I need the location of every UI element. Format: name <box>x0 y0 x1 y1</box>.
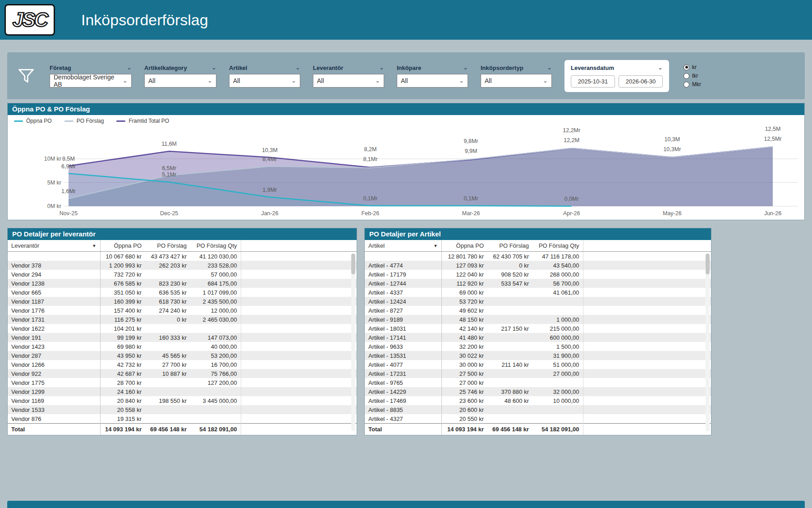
table-row[interactable]: Vendor 153320 558 kr <box>8 405 357 414</box>
value-cell[interactable]: 27 500 kr <box>441 369 487 378</box>
value-cell[interactable] <box>190 405 241 414</box>
value-cell[interactable]: 2 465 030,00 <box>190 315 241 324</box>
table-row[interactable]: Vendor 1776157 400 kr274 240 kr12 000,00 <box>8 306 357 315</box>
row-label-cell[interactable]: Vendor 1238 <box>8 279 100 288</box>
chevron-down-icon[interactable]: ⌄ <box>127 65 132 70</box>
value-cell[interactable]: 12 801 780 kr <box>441 252 487 261</box>
value-cell[interactable]: 10 067 680 kr <box>100 252 145 261</box>
table-row[interactable]: Artikel - 1422925 746 kr370 880 kr32 000… <box>365 387 711 396</box>
value-cell[interactable]: 27 000 kr <box>441 378 487 387</box>
table-row[interactable]: Vendor 1622104 201 kr <box>8 324 357 333</box>
value-cell[interactable]: 10 887 kr <box>145 369 190 378</box>
value-cell[interactable]: 42 140 kr <box>441 324 487 333</box>
table-row[interactable]: Vendor 126642 732 kr27 700 kr16 700,00 <box>8 360 357 369</box>
value-cell[interactable] <box>487 297 532 306</box>
value-cell[interactable] <box>487 351 532 360</box>
table-row[interactable]: Artikel - 1353130 022 kr31 900,00 <box>365 351 711 360</box>
row-label-cell[interactable]: Vendor 1423 <box>8 342 100 351</box>
row-label-cell[interactable]: Artikel - 4774 <box>365 261 441 270</box>
value-cell[interactable]: 274 240 kr <box>145 306 190 315</box>
table-row[interactable]: Vendor 3781 200 993 kr262 203 kr233 528,… <box>8 261 357 270</box>
table-row[interactable]: Artikel - 17179122 040 kr908 520 kr268 0… <box>365 270 711 279</box>
value-cell[interactable]: 112 920 kr <box>441 279 487 288</box>
date-from-input[interactable]: 2025-10-31 <box>571 75 615 88</box>
value-cell[interactable] <box>532 414 583 424</box>
row-label-cell[interactable]: Vendor 1622 <box>8 324 100 333</box>
value-cell[interactable]: 122 040 kr <box>441 270 487 279</box>
value-cell[interactable] <box>145 387 190 396</box>
unit-option-kr[interactable]: kr <box>684 64 701 70</box>
value-cell[interactable] <box>190 324 241 333</box>
table-row[interactable]: Vendor 177528 700 kr127 200,00 <box>8 378 357 387</box>
value-cell[interactable]: 43 950 kr <box>100 351 145 360</box>
value-cell[interactable]: 2 435 500,00 <box>190 297 241 306</box>
scrollbar-thumb[interactable] <box>351 254 355 274</box>
column-header[interactable]: Öppna PO <box>441 240 487 252</box>
value-cell[interactable] <box>532 378 583 387</box>
row-label-cell[interactable]: Artikel - 9633 <box>365 342 441 351</box>
table-row[interactable]: Vendor 1731116 275 kr0 kr2 465 030,00 <box>8 315 357 324</box>
table-row[interactable]: Artikel - 1714141 480 kr600 000,00 <box>365 333 711 342</box>
right-table-scrollbar[interactable] <box>706 254 710 431</box>
column-header[interactable]: PO Förslag Qty <box>532 240 583 252</box>
value-cell[interactable]: 160 399 kr <box>100 297 145 306</box>
value-cell[interactable] <box>487 333 532 342</box>
value-cell[interactable]: 0 kr <box>487 261 532 270</box>
value-cell[interactable]: 20 840 kr <box>100 396 145 405</box>
row-label-cell[interactable]: Vendor 287 <box>8 351 100 360</box>
table-row[interactable]: Artikel - 883520 600 kr <box>365 405 711 414</box>
value-cell[interactable] <box>487 306 532 315</box>
value-cell[interactable] <box>487 405 532 414</box>
value-cell[interactable]: 217 150 kr <box>487 324 532 333</box>
table-row[interactable]: Artikel - 12744112 920 kr533 547 kr56 70… <box>365 279 711 288</box>
row-label-cell[interactable]: Artikel - 4327 <box>365 414 441 424</box>
row-label-cell[interactable]: Artikel - 17141 <box>365 333 441 342</box>
row-label-cell[interactable]: Vendor 191 <box>8 333 100 342</box>
chevron-down-icon[interactable]: ⌄ <box>658 65 663 70</box>
value-cell[interactable] <box>487 414 532 424</box>
row-label-cell[interactable]: Artikel - 8835 <box>365 405 441 414</box>
legend-item-framtid-total-po[interactable]: Framtid Total PO <box>116 118 169 124</box>
column-header[interactable]: PO Förslag <box>145 240 190 252</box>
table-row[interactable]: Vendor 142369 980 kr40 000,00 <box>8 342 357 351</box>
value-cell[interactable]: 53 720 kr <box>441 297 487 306</box>
table-row[interactable]: Vendor 129924 160 kr <box>8 387 357 396</box>
row-label-cell[interactable]: Vendor 1776 <box>8 306 100 315</box>
value-cell[interactable]: 24 160 kr <box>100 387 145 396</box>
value-cell[interactable]: 48 600 kr <box>487 396 532 405</box>
row-label-cell[interactable]: Artikel - 12424 <box>365 297 441 306</box>
row-label-cell[interactable] <box>365 252 441 261</box>
value-cell[interactable]: 40 000,00 <box>190 342 241 351</box>
value-cell[interactable] <box>190 414 241 424</box>
value-cell[interactable]: 636 535 kr <box>145 288 190 297</box>
po-trend-chart[interactable]: 0M kr5M kr10M krNov-25Dec-25Jan-26Feb-26… <box>8 124 804 220</box>
value-cell[interactable]: 1 000,00 <box>532 315 583 324</box>
value-cell[interactable]: 351 050 kr <box>100 288 145 297</box>
filter-leverantor-dropdown[interactable]: All ⌄ <box>313 74 384 88</box>
value-cell[interactable] <box>487 315 532 324</box>
filter-foretag-dropdown[interactable]: Demobolaget Sverige AB ⌄ <box>50 74 132 88</box>
table-row[interactable]: Artikel - 1723127 500 kr27 000,00 <box>365 369 711 378</box>
value-cell[interactable]: 0 kr <box>145 315 190 324</box>
table-row[interactable]: Artikel - 963332 200 kr1 500,00 <box>365 342 711 351</box>
value-cell[interactable]: 69 980 kr <box>100 342 145 351</box>
row-label-cell[interactable]: Artikel - 13531 <box>365 351 441 360</box>
value-cell[interactable]: 45 565 kr <box>145 351 190 360</box>
table-row[interactable]: Artikel - 1242453 720 kr <box>365 297 711 306</box>
row-label-cell[interactable]: Vendor 1731 <box>8 315 100 324</box>
table-row[interactable]: Vendor 1187160 399 kr618 730 kr2 435 500… <box>8 297 357 306</box>
row-label-cell[interactable]: Artikel - 12744 <box>365 279 441 288</box>
legend-item-po-forslag[interactable]: PO Förslag <box>64 118 104 124</box>
row-label-cell[interactable]: Vendor 876 <box>8 414 100 424</box>
value-cell[interactable]: 157 400 kr <box>100 306 145 315</box>
table-row[interactable]: 12 801 780 kr62 430 705 kr47 116 178,00 <box>365 252 711 261</box>
value-cell[interactable]: 47 116 178,00 <box>532 252 583 261</box>
value-cell[interactable] <box>487 342 532 351</box>
value-cell[interactable]: 823 230 kr <box>145 279 190 288</box>
row-label-cell[interactable]: Vendor 1187 <box>8 297 100 306</box>
value-cell[interactable]: 43 540,00 <box>532 261 583 270</box>
value-cell[interactable]: 147 073,00 <box>190 333 241 342</box>
row-label-cell[interactable]: Vendor 1266 <box>8 360 100 369</box>
value-cell[interactable]: 10 000,00 <box>532 396 583 405</box>
row-label-cell[interactable] <box>8 252 100 261</box>
